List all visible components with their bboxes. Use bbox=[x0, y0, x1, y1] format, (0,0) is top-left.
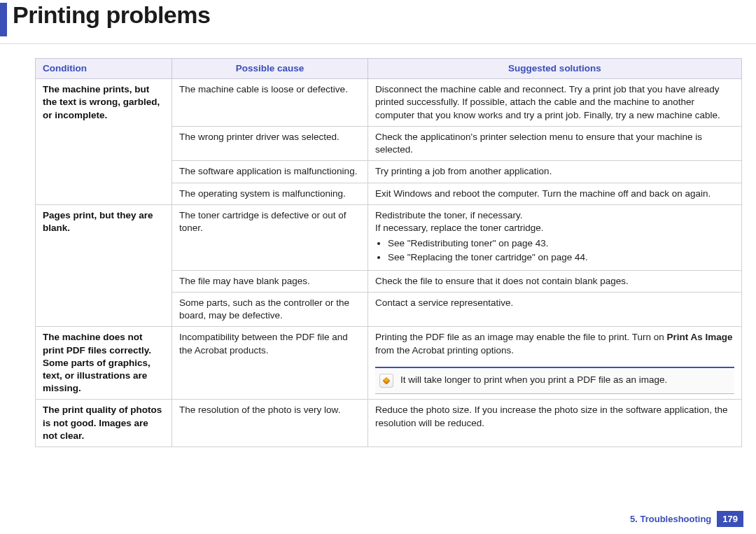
header-condition: Condition bbox=[36, 59, 172, 79]
cause-cell: The operating system is malfunctioning. bbox=[172, 183, 368, 204]
cause-cell: The software application is malfunctioni… bbox=[172, 161, 368, 183]
solution-cell: Try printing a job from another applicat… bbox=[368, 161, 742, 183]
solution-list-item: See "Replacing the toner cartridge" on p… bbox=[388, 251, 734, 264]
condition-cell: The print quality of photos is not good.… bbox=[36, 400, 172, 447]
solution-cell: Exit Windows and reboot the computer. Tu… bbox=[368, 183, 742, 204]
solution-cell: Check the file to ensure that it does no… bbox=[368, 270, 742, 292]
condition-cell: The machine prints, but the text is wron… bbox=[36, 79, 172, 205]
troubleshooting-table: Condition Possible cause Suggested solut… bbox=[35, 58, 742, 447]
header-solution: Suggested solutions bbox=[368, 59, 742, 79]
header-cause: Possible cause bbox=[172, 59, 368, 79]
solution-cell: Printing the PDF file as an image may en… bbox=[368, 327, 742, 400]
solution-list: See "Redistributing toner" on page 43. S… bbox=[375, 237, 734, 264]
table-row: The print quality of photos is not good.… bbox=[36, 400, 742, 447]
solution-list-item: See "Redistributing toner" on page 43. bbox=[388, 237, 734, 250]
cause-cell: The file may have blank pages. bbox=[172, 270, 368, 292]
manual-page: Printing problems Condition Possible cau… bbox=[0, 0, 756, 534]
solution-line: If necessary, replace the toner cartridg… bbox=[375, 222, 734, 234]
solution-text-post: from the Acrobat printing options. bbox=[375, 345, 514, 356]
title-accent bbox=[0, 3, 7, 36]
solution-text-pre: Printing the PDF file as an image may en… bbox=[375, 332, 666, 342]
solution-cell: Redistribute the toner, if necessary. If… bbox=[368, 204, 742, 270]
condition-cell: The machine does not print PDF files cor… bbox=[36, 327, 172, 400]
footer-page-number: 179 bbox=[717, 511, 743, 527]
table-row: Pages print, but they are blank. The ton… bbox=[36, 204, 742, 270]
cause-cell: Incompatibility between the PDF file and… bbox=[172, 327, 368, 400]
solution-cell: Contact a service representative. bbox=[368, 292, 742, 326]
note-icon bbox=[379, 374, 393, 388]
cause-cell: The machine cable is loose or defective. bbox=[172, 79, 368, 127]
content-area: Condition Possible cause Suggested solut… bbox=[0, 44, 756, 447]
note-box: It will take longer to print when you pr… bbox=[375, 367, 734, 394]
note-text: It will take longer to print when you pr… bbox=[400, 374, 667, 386]
solution-text-bold: Print As Image bbox=[666, 332, 732, 342]
solution-line: Redistribute the toner, if necessary. bbox=[375, 209, 734, 222]
solution-cell: Check the applicatinon's printer selecti… bbox=[368, 126, 742, 160]
table-header-row: Condition Possible cause Suggested solut… bbox=[36, 59, 742, 79]
cause-cell: The toner cartridge is defective or out … bbox=[172, 204, 368, 270]
cause-cell: The resolution of the photo is very low. bbox=[172, 400, 368, 447]
cause-cell: Some parts, such as the controller or th… bbox=[172, 292, 368, 326]
page-title: Printing problems bbox=[13, 3, 210, 28]
solution-cell: Reduce the photo size. If you increase t… bbox=[368, 400, 742, 447]
title-bar: Printing problems bbox=[0, 0, 756, 36]
page-footer: 5. Troubleshooting 179 bbox=[630, 511, 743, 527]
cause-cell: The wrong printer driver was selected. bbox=[172, 126, 368, 160]
footer-chapter: 5. Troubleshooting bbox=[630, 514, 711, 524]
table-row: The machine prints, but the text is wron… bbox=[36, 79, 742, 127]
table-row: The machine does not print PDF files cor… bbox=[36, 327, 742, 400]
solution-cell: Disconnect the machine cable and reconne… bbox=[368, 79, 742, 127]
condition-cell: Pages print, but they are blank. bbox=[36, 204, 172, 327]
